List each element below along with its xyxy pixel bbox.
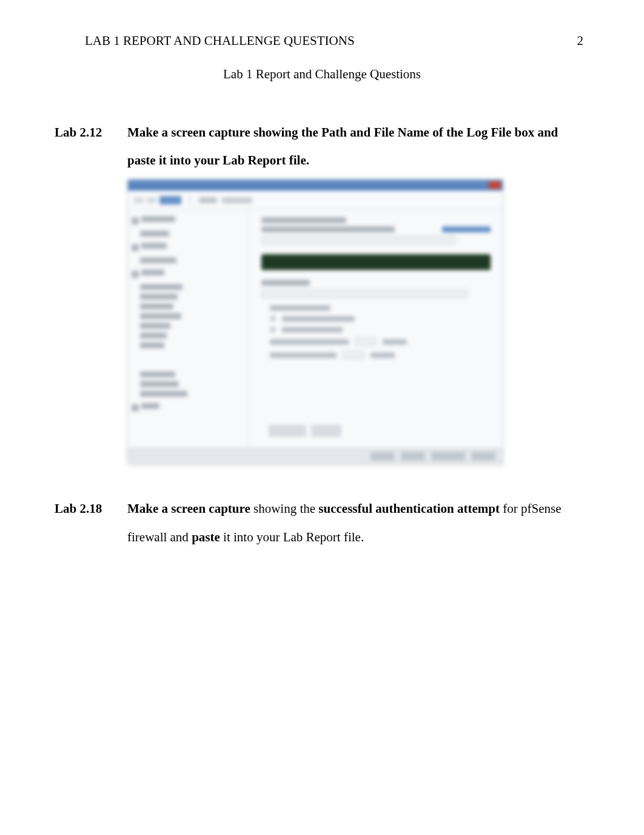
field-row bbox=[261, 217, 491, 245]
footer-button[interactable] bbox=[401, 452, 425, 461]
toolbar-icon[interactable] bbox=[134, 197, 144, 203]
lab-item-text: Make a screen capture showing the Path a… bbox=[127, 125, 558, 167]
footer-button[interactable] bbox=[371, 452, 395, 461]
toolbar-selected-tab[interactable] bbox=[159, 196, 181, 205]
lab-item-218: Lab 2.18 Make a screen capture showing t… bbox=[55, 495, 589, 550]
running-header: LAB 1 REPORT AND CHALLENGE QUESTIONS 2 bbox=[55, 33, 589, 49]
tree-item[interactable] bbox=[140, 342, 164, 348]
text: showing the bbox=[250, 501, 319, 516]
text: it into your Lab Report file. bbox=[220, 530, 364, 544]
footer-button[interactable] bbox=[431, 452, 465, 461]
dialog-window bbox=[127, 179, 503, 464]
tree-item[interactable] bbox=[141, 403, 159, 409]
radio-option[interactable] bbox=[270, 316, 491, 322]
link[interactable] bbox=[442, 226, 491, 232]
tree-expand-icon[interactable] bbox=[132, 271, 139, 278]
number-option bbox=[270, 337, 491, 346]
tree-expand-icon[interactable] bbox=[132, 244, 139, 251]
action-button[interactable] bbox=[269, 425, 306, 437]
toolbar-separator bbox=[190, 195, 190, 206]
tree-item[interactable] bbox=[140, 323, 170, 329]
running-header-title: LAB 1 REPORT AND CHALLENGE QUESTIONS bbox=[55, 33, 355, 49]
toolbar-label bbox=[222, 197, 252, 203]
number-option bbox=[270, 351, 491, 359]
dialog-titlebar bbox=[128, 180, 503, 191]
option-label bbox=[282, 316, 355, 322]
radio-icon bbox=[270, 326, 276, 333]
tree-item[interactable] bbox=[140, 303, 173, 309]
tree-item[interactable] bbox=[140, 391, 187, 397]
number-input[interactable] bbox=[355, 337, 377, 346]
field-label bbox=[261, 217, 346, 223]
field-sublabel bbox=[261, 226, 395, 232]
tree-item[interactable] bbox=[140, 381, 179, 387]
lab-item-212: Lab 2.12 Make a screen capture showing t… bbox=[55, 118, 589, 174]
text-bold: successful authentication attempt bbox=[318, 501, 500, 516]
toolbar-label bbox=[199, 197, 217, 203]
text-input[interactable] bbox=[261, 289, 468, 298]
embedded-screenshot bbox=[127, 179, 589, 464]
tree-item[interactable] bbox=[140, 257, 176, 263]
unit-label bbox=[371, 353, 395, 358]
close-icon[interactable] bbox=[489, 181, 501, 189]
tree-item[interactable] bbox=[140, 313, 181, 319]
unit-label bbox=[383, 339, 407, 345]
log-file-path-highlight bbox=[261, 254, 491, 270]
dialog-footer bbox=[128, 448, 503, 464]
tree-item[interactable] bbox=[140, 231, 169, 237]
option-label bbox=[270, 339, 349, 345]
tree-item[interactable] bbox=[140, 284, 183, 290]
radio-option[interactable] bbox=[270, 326, 491, 333]
lab-item-label: Lab 2.18 bbox=[55, 495, 127, 550]
tree-item[interactable] bbox=[141, 269, 164, 276]
text-bold: Make a screen capture bbox=[127, 501, 250, 516]
document-page: LAB 1 REPORT AND CHALLENGE QUESTIONS 2 L… bbox=[0, 0, 644, 551]
lab-item-label: Lab 2.12 bbox=[55, 118, 127, 174]
option-label bbox=[270, 353, 337, 358]
field-label bbox=[261, 280, 310, 286]
tree-item[interactable] bbox=[140, 294, 178, 300]
tree-item[interactable] bbox=[140, 333, 167, 339]
footer-button[interactable] bbox=[471, 452, 495, 461]
option-label bbox=[282, 327, 343, 333]
dialog-toolbar bbox=[128, 191, 503, 210]
toolbar-icon[interactable] bbox=[147, 197, 156, 203]
options-group bbox=[261, 305, 491, 359]
action-button[interactable] bbox=[311, 425, 341, 437]
radio-icon bbox=[270, 316, 276, 322]
tree-item[interactable] bbox=[141, 243, 167, 249]
group-label bbox=[270, 305, 330, 311]
dialog-main bbox=[128, 210, 503, 448]
content-buttons bbox=[261, 421, 491, 441]
page-number: 2 bbox=[577, 33, 590, 49]
lab-item-body: Make a screen capture showing the Path a… bbox=[127, 118, 589, 174]
text-bold: paste bbox=[192, 530, 220, 544]
field-row bbox=[261, 280, 491, 298]
nav-tree[interactable] bbox=[128, 210, 249, 448]
tree-item[interactable] bbox=[140, 371, 175, 377]
tree-expand-icon[interactable] bbox=[132, 217, 139, 225]
document-title: Lab 1 Report and Challenge Questions bbox=[55, 67, 589, 82]
dialog-content bbox=[249, 210, 503, 448]
tree-expand-icon[interactable] bbox=[132, 404, 139, 411]
number-input[interactable] bbox=[343, 351, 364, 359]
tree-item[interactable] bbox=[141, 216, 175, 222]
lab-item-body: Make a screen capture showing the succes… bbox=[127, 495, 589, 550]
text-input[interactable] bbox=[261, 236, 455, 245]
